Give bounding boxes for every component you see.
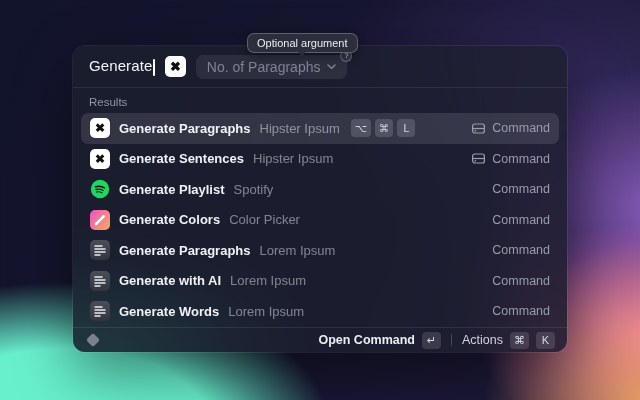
- tooltip-arrow: [298, 52, 306, 56]
- lorem-ipsum-icon: [90, 271, 110, 291]
- command-key: ⌘: [510, 332, 529, 349]
- result-title: Generate with AI: [119, 273, 221, 288]
- result-type-label: Command: [492, 213, 550, 227]
- hipster-ipsum-icon: ✖: [90, 118, 110, 138]
- result-title: Generate Colors: [119, 212, 220, 227]
- result-type-label: Command: [492, 304, 550, 318]
- lorem-ipsum-icon: [90, 301, 110, 321]
- result-accessory: Command: [471, 121, 550, 136]
- actions-button[interactable]: Actions: [462, 333, 503, 347]
- lorem-ipsum-icon: [90, 240, 110, 260]
- result-title: Generate Playlist: [119, 182, 225, 197]
- result-subtitle: Color Picker: [229, 212, 300, 227]
- result-row-generate-colors[interactable]: Generate Colors Color Picker Command: [81, 205, 559, 236]
- launcher-window: Generate ✖ No. of Paragraphs ? Results ✖…: [73, 46, 567, 352]
- result-type-label: Command: [492, 243, 550, 257]
- chevron-down-icon: [327, 64, 336, 70]
- k-key: K: [536, 332, 555, 349]
- hipster-ipsum-icon: ✖: [165, 56, 186, 77]
- result-type-label: Command: [492, 274, 550, 288]
- search-divider: [73, 87, 567, 88]
- text-cursor: [153, 59, 155, 76]
- result-title: Generate Paragraphs: [119, 243, 251, 258]
- results-section-header: Results: [89, 96, 551, 108]
- result-title: Generate Words: [119, 304, 219, 319]
- result-row-generate-sentences[interactable]: ✖ Generate Sentences Hipster Ipsum Comma…: [81, 144, 559, 175]
- open-command-button[interactable]: Open Command: [318, 333, 415, 347]
- result-type-label: Command: [492, 152, 550, 166]
- result-type-label: Command: [492, 121, 550, 135]
- search-query-text: Generate: [89, 57, 152, 74]
- result-row-generate-with-ai[interactable]: Generate with AI Lorem Ipsum Command: [81, 266, 559, 297]
- return-key: ↵: [422, 332, 441, 349]
- result-subtitle: Lorem Ipsum: [228, 304, 304, 319]
- tooltip-optional-argument: Optional argument: [247, 33, 358, 53]
- result-subtitle: Hipster Ipsum: [253, 151, 333, 166]
- result-subtitle: Spotify: [234, 182, 274, 197]
- hipster-ipsum-icon: ✖: [90, 149, 110, 169]
- result-type-label: Command: [492, 182, 550, 196]
- search-input[interactable]: Generate: [89, 57, 155, 75]
- shortcut-keys: ⌥ ⌘ L: [351, 119, 416, 137]
- action-bar: Open Command ↵ Actions ⌘ K: [73, 327, 567, 353]
- result-row-generate-paragraphs-lorem[interactable]: Generate Paragraphs Lorem Ipsum Command: [81, 235, 559, 266]
- l-key: L: [397, 119, 415, 137]
- argument-placeholder: No. of Paragraphs: [207, 59, 321, 75]
- result-row-generate-paragraphs-hipster[interactable]: ✖ Generate Paragraphs Hipster Ipsum ⌥ ⌘ …: [81, 113, 559, 144]
- result-subtitle: Lorem Ipsum: [260, 243, 336, 258]
- argument-dropdown[interactable]: No. of Paragraphs ?: [196, 55, 348, 79]
- result-title: Generate Sentences: [119, 151, 244, 166]
- result-subtitle: Lorem Ipsum: [230, 273, 306, 288]
- drive-icon: [471, 151, 486, 166]
- result-title: Generate Paragraphs: [119, 121, 251, 136]
- color-picker-icon: [90, 210, 110, 230]
- results-list: ✖ Generate Paragraphs Hipster Ipsum ⌥ ⌘ …: [73, 113, 567, 327]
- spotify-icon: [90, 179, 110, 199]
- result-row-generate-playlist[interactable]: Generate Playlist Spotify Command: [81, 174, 559, 205]
- raycast-logo-icon: [86, 333, 100, 347]
- command-key: ⌘: [375, 119, 394, 137]
- result-row-generate-words[interactable]: Generate Words Lorem Ipsum Command: [81, 296, 559, 327]
- footer-separator: [451, 334, 452, 346]
- result-subtitle: Hipster Ipsum: [260, 121, 340, 136]
- option-key: ⌥: [351, 119, 371, 137]
- tooltip-text: Optional argument: [257, 37, 348, 49]
- desktop: { "tooltip": { "text": "Optional argumen…: [0, 0, 640, 400]
- result-accessory: Command: [471, 151, 550, 166]
- drive-icon: [471, 121, 486, 136]
